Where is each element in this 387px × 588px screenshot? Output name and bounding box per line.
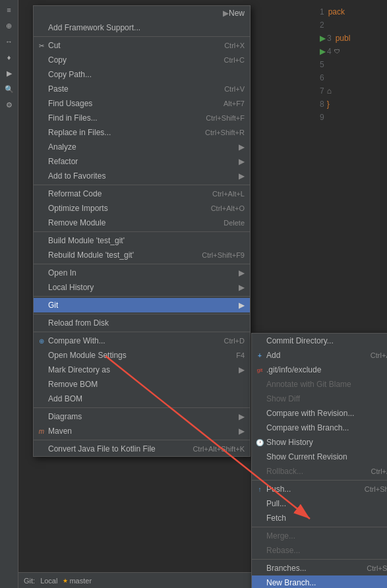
menu-item-replace-in-files[interactable]: Replace in Files... Ctrl+Shift+R xyxy=(34,125,250,140)
compare-icon: ⊕ xyxy=(36,338,47,345)
menu-item-rebuild-module[interactable]: Rebuild Module 'test_git' Ctrl+Shift+F9 xyxy=(34,248,250,262)
menu-item-remove-module[interactable]: Remove Module Delete xyxy=(34,216,250,230)
separator-5 xyxy=(34,296,250,297)
clock-icon: 🕐 xyxy=(254,439,265,446)
sidebar-icon-menu[interactable]: ≡ xyxy=(2,3,16,17)
git-compare-branch[interactable]: Compare with Branch... xyxy=(252,421,387,435)
git-merge: Merge... xyxy=(252,529,387,543)
add-icon: + xyxy=(254,352,265,359)
separator-9 xyxy=(34,440,250,440)
git-rebase: Rebase... xyxy=(252,543,387,558)
git-rollback: Rollback... Ctrl+Alt+Z xyxy=(252,464,387,479)
git-new-branch[interactable]: New Branch... xyxy=(252,575,387,588)
git-pull[interactable]: Pull... xyxy=(252,496,387,511)
menu-item-add-to-favorites[interactable]: Add to Favorites ▶ xyxy=(34,169,250,183)
menu-item-mark-directory-as[interactable]: Mark Directory as ▶ xyxy=(34,363,250,377)
sidebar-icon-search[interactable]: 🔍 xyxy=(2,82,16,96)
context-menu: ▶ New Add Framework Support... ✂ Cut Ctr… xyxy=(33,5,251,457)
menu-item-local-history[interactable]: Local History ▶ xyxy=(34,280,250,295)
separator-8 xyxy=(34,407,250,408)
menu-item-convert-kotlin[interactable]: Convert Java File to Kotlin File Ctrl+Al… xyxy=(34,442,250,456)
line-2: 2 xyxy=(314,18,387,32)
git-add[interactable]: + Add Ctrl+Alt+A xyxy=(252,348,387,363)
git-branches[interactable]: Branches... Ctrl+Shift+` xyxy=(252,561,387,575)
git-submenu: Commit Directory... + Add Ctrl+Alt+A git… xyxy=(251,333,387,588)
left-sidebar: ≡ ⊕ ↔ ♦ ▶ 🔍 ⚙ xyxy=(0,0,18,588)
separator-1 xyxy=(34,36,250,37)
sidebar-icon-diff[interactable]: ↔ xyxy=(2,34,16,49)
separator-7 xyxy=(34,332,250,332)
git-branch-local: Local xyxy=(40,577,57,585)
new-branch-label: New Branch... xyxy=(266,578,316,587)
menu-item-copy-path[interactable]: Copy Path... xyxy=(34,67,250,82)
line-6: 6 xyxy=(314,71,387,84)
git-commit-directory[interactable]: Commit Directory... xyxy=(252,334,387,348)
menu-item-refactor[interactable]: Refactor ▶ xyxy=(34,154,250,169)
git-show-current-revision[interactable]: Show Current Revision xyxy=(252,450,387,464)
menu-item-find-in-files[interactable]: Find in Files... Ctrl+Shift+F xyxy=(34,111,250,125)
menu-item-paste[interactable]: Paste Ctrl+V xyxy=(34,82,250,96)
line-9: 9 xyxy=(314,111,387,124)
menu-item-reload-from-disk[interactable]: Reload from Disk xyxy=(34,316,250,330)
sidebar-icon-diamond[interactable]: ♦ xyxy=(2,50,16,65)
separator-3 xyxy=(34,231,250,232)
git-compare-revision[interactable]: Compare with Revision... xyxy=(252,406,387,421)
line-5: 5 xyxy=(314,58,387,71)
menu-item-compare-with[interactable]: ⊕ Compare With... Ctrl+D xyxy=(34,334,250,348)
push-icon: ↑ xyxy=(254,486,265,493)
menu-item-open-module-settings[interactable]: Open Module Settings F4 xyxy=(34,348,250,363)
line-1: 1pack xyxy=(314,5,387,18)
git-show-diff: Show Diff xyxy=(252,392,387,406)
menu-item-remove-bom[interactable]: Remove BOM xyxy=(34,377,250,392)
menu-item-git[interactable]: Git ▶ xyxy=(34,298,250,312)
git-show-history[interactable]: 🕐 Show History xyxy=(252,435,387,450)
separator-6 xyxy=(34,314,250,314)
menu-item-build-module[interactable]: Build Module 'test_git' xyxy=(34,233,250,248)
git-sep-1 xyxy=(252,480,387,481)
menu-item-diagrams[interactable]: Diagrams ▶ xyxy=(34,409,250,424)
maven-icon: m xyxy=(36,428,47,435)
line-3: ▶3publ xyxy=(314,32,387,45)
git-info-exclude[interactable]: git .git/info/exclude xyxy=(252,363,387,377)
sidebar-icon-settings[interactable]: ⚙ xyxy=(2,98,16,112)
separator-4 xyxy=(34,264,250,264)
line-4: ▶4 🛡 xyxy=(314,45,387,58)
menu-item-new[interactable]: ▶ New xyxy=(34,6,250,20)
git-push[interactable]: ↑ Push... Ctrl+Shift+K xyxy=(252,482,387,496)
sidebar-icon-run[interactable]: ▶ xyxy=(2,66,16,80)
menu-item-add-bom[interactable]: Add BOM xyxy=(34,392,250,406)
menu-item-reformat-code[interactable]: Reformat Code Ctrl+Alt+L xyxy=(34,187,250,201)
cut-icon: ✂ xyxy=(36,42,47,49)
menu-item-maven[interactable]: m Maven ▶ xyxy=(34,424,250,438)
menu-item-find-usages[interactable]: Find Usages Alt+F7 xyxy=(34,96,250,111)
menu-item-optimize-imports[interactable]: Optimize Imports Ctrl+Alt+O xyxy=(34,201,250,216)
line-7: 7⌂ xyxy=(314,84,387,98)
sidebar-icon-add[interactable]: ⊕ xyxy=(2,18,16,33)
git-sep-3 xyxy=(252,559,387,560)
separator-2 xyxy=(34,185,250,185)
menu-item-open-in[interactable]: Open In ▶ xyxy=(34,266,250,280)
menu-item-copy[interactable]: Copy Ctrl+C xyxy=(34,53,250,67)
git-annotate: Annotate with Git Blame xyxy=(252,377,387,392)
menu-item-add-framework[interactable]: Add Framework Support... xyxy=(34,20,250,35)
git-icon: git xyxy=(254,367,265,373)
git-sep-2 xyxy=(252,527,387,527)
menu-item-cut[interactable]: ✂ Cut Ctrl+X xyxy=(34,38,250,53)
menu-item-analyze[interactable]: Analyze ▶ xyxy=(34,140,250,154)
git-label: Git: xyxy=(24,577,35,585)
git-branch-name[interactable]: ★ master xyxy=(63,577,92,585)
line-8: 8} xyxy=(314,98,387,111)
git-fetch[interactable]: Fetch xyxy=(252,511,387,525)
